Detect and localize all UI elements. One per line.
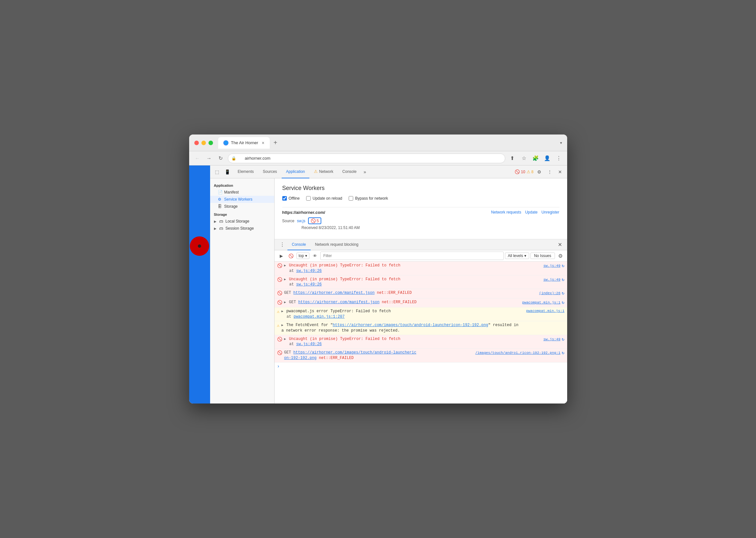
sw-source-file-link[interactable]: sw.js bbox=[297, 219, 306, 223]
maximize-traffic-light[interactable] bbox=[209, 140, 213, 145]
update-on-reload-checkbox[interactable] bbox=[306, 196, 311, 201]
console-messages: 🚫 ▶ Uncaught (in promise) TypeError: Fai… bbox=[274, 262, 567, 404]
new-tab-button[interactable]: + bbox=[271, 138, 280, 147]
tab-console[interactable]: Console bbox=[338, 165, 361, 178]
unregister-link[interactable]: Unregister bbox=[542, 210, 559, 214]
error-count-badge[interactable]: 🚫 10 bbox=[515, 169, 525, 174]
more-tabs-button[interactable]: » bbox=[361, 168, 369, 176]
console-tab[interactable]: Console bbox=[287, 239, 311, 250]
console-dots-menu[interactable]: ⋮ bbox=[277, 242, 287, 248]
refresh-icon[interactable]: ↻ bbox=[562, 336, 564, 343]
more-menu-icon[interactable]: ⋮ bbox=[554, 154, 563, 163]
tab-sources[interactable]: Sources bbox=[259, 165, 282, 178]
console-settings-icon[interactable]: ⚙ bbox=[556, 251, 565, 260]
expand-arrow[interactable]: ▶ bbox=[281, 324, 283, 327]
refresh-icon[interactable]: ↻ bbox=[562, 263, 564, 269]
devtools-close-icon[interactable]: ✕ bbox=[555, 167, 565, 177]
extension-icon[interactable]: 🧩 bbox=[531, 154, 540, 163]
sidebar-item-local-storage[interactable]: ▶ 🗃 Local Storage bbox=[210, 218, 274, 225]
fetch-event-link[interactable]: https://airhorner.com/images/touch/andro… bbox=[333, 323, 488, 327]
expand-arrow[interactable]: ▶ bbox=[284, 278, 286, 281]
offline-checkbox-label[interactable]: Offline bbox=[282, 196, 300, 201]
source-link[interactable]: sw.js:49:26 bbox=[296, 269, 322, 273]
console-tabs-bar: ⋮ Console Network request blocking ✕ bbox=[274, 239, 567, 250]
console-eye-button[interactable]: 👁 bbox=[311, 251, 319, 260]
bookmark-icon[interactable]: ☆ bbox=[519, 154, 529, 163]
level-selector[interactable]: All levels ▾ bbox=[505, 252, 529, 259]
devtools-more-icon[interactable]: ⋮ bbox=[545, 167, 554, 177]
sidebar-item-service-workers[interactable]: ⚙ Service Workers bbox=[210, 196, 274, 203]
minimize-traffic-light[interactable] bbox=[201, 140, 206, 145]
back-button[interactable]: ← bbox=[193, 154, 202, 163]
devtools-device-button[interactable]: 📱 bbox=[223, 167, 232, 177]
manifest-link[interactable]: https://airhorner.com/manifest.json bbox=[293, 291, 374, 295]
source-link[interactable]: pwacompat.min.js:1:207 bbox=[294, 314, 345, 319]
console-close-button[interactable]: ✕ bbox=[555, 240, 565, 249]
tab-close-button[interactable]: × bbox=[262, 140, 264, 145]
no-issues-button[interactable]: No Issues bbox=[530, 252, 555, 259]
network-requests-link[interactable]: Network requests bbox=[491, 210, 521, 214]
context-selector[interactable]: top ▾ bbox=[297, 252, 310, 259]
local-storage-icon: 🗃 bbox=[219, 219, 224, 224]
warning-count-badge[interactable]: ⚠ 8 bbox=[527, 169, 534, 174]
reload-button[interactable]: ↻ bbox=[216, 154, 225, 163]
network-blocking-tab[interactable]: Network request blocking bbox=[311, 239, 363, 250]
message-content: ▶ pwacompat.js error TypeError: Failed t… bbox=[281, 309, 524, 320]
source-file-link[interactable]: /images/touch/androi…ricon-192-192.png:1 bbox=[475, 350, 560, 355]
refresh-icon[interactable]: ↻ bbox=[562, 350, 564, 356]
expand-arrow[interactable]: ▶ bbox=[284, 300, 286, 304]
bypass-network-checkbox-label[interactable]: Bypass for network bbox=[349, 196, 388, 201]
refresh-icon[interactable]: ↻ bbox=[562, 299, 564, 306]
air-horn-button[interactable] bbox=[190, 237, 209, 256]
sw-entry-url: https://airhorner.com/ bbox=[282, 210, 492, 215]
update-link[interactable]: Update bbox=[525, 210, 538, 214]
source-file-link[interactable]: sw.js:49 bbox=[543, 337, 560, 342]
source-file-link[interactable]: pwacompat.min.js:1 bbox=[526, 309, 565, 313]
tab-application[interactable]: Application bbox=[282, 165, 310, 178]
profile-icon[interactable]: 👤 bbox=[543, 154, 552, 163]
sw-entry: https://airhorner.com/ Source sw.js 🚫 5 bbox=[282, 207, 559, 233]
console-play-button[interactable]: ▶ bbox=[277, 251, 286, 260]
sidebar-item-storage[interactable]: 🗄 Storage bbox=[210, 203, 274, 210]
level-value: All levels bbox=[508, 253, 523, 258]
sw-entry-actions: Network requests Update Unregister bbox=[491, 210, 559, 214]
message-source: pwacompat.min.js:1 bbox=[526, 309, 565, 313]
message-content: ▶ Uncaught (in promise) TypeError: Faile… bbox=[284, 263, 542, 274]
share-icon[interactable]: ⬆ bbox=[508, 154, 517, 163]
update-on-reload-checkbox-label[interactable]: Update on reload bbox=[306, 196, 342, 201]
offline-checkbox[interactable] bbox=[282, 196, 287, 201]
source-link[interactable]: sw.js:49:26 bbox=[296, 342, 322, 347]
refresh-icon[interactable]: ↻ bbox=[562, 290, 564, 297]
source-file-link[interactable]: (index):26 bbox=[539, 291, 560, 296]
close-traffic-light[interactable] bbox=[194, 140, 199, 145]
tab-network[interactable]: ⚠ Network bbox=[309, 165, 338, 178]
expand-arrow[interactable]: ▶ bbox=[284, 264, 286, 267]
message-source: sw.js:49 ↻ bbox=[543, 277, 564, 283]
tab-menu-button[interactable]: ▾ bbox=[560, 140, 562, 145]
message-content: ▶ The FetchEvent for "https://airhorner.… bbox=[281, 323, 562, 334]
console-filter-input[interactable] bbox=[320, 251, 504, 260]
message-source: sw.js:49 ↻ bbox=[543, 263, 564, 269]
source-file-link[interactable]: pwacompat.min.js:1 bbox=[522, 300, 560, 305]
source-file-link[interactable]: sw.js:49 bbox=[543, 277, 560, 282]
tab-elements[interactable]: Elements bbox=[233, 165, 259, 178]
expand-arrow[interactable]: ▶ bbox=[284, 337, 286, 341]
source-link[interactable]: sw.js:49:26 bbox=[296, 282, 322, 287]
level-dropdown-arrow: ▾ bbox=[524, 253, 526, 258]
expand-arrow[interactable]: ▶ bbox=[281, 310, 283, 313]
console-block-button[interactable]: 🚫 bbox=[287, 251, 295, 260]
devtools-inspect-button[interactable]: ⬚ bbox=[213, 167, 222, 177]
forward-button[interactable]: → bbox=[205, 154, 213, 163]
refresh-icon[interactable]: ↻ bbox=[562, 277, 564, 283]
settings-icon[interactable]: ⚙ bbox=[535, 167, 544, 177]
source-file-link[interactable]: sw.js:49 bbox=[543, 263, 560, 268]
sw-error-count: 5 bbox=[317, 219, 319, 223]
bypass-network-checkbox[interactable] bbox=[349, 196, 353, 201]
sidebar-item-session-storage[interactable]: ▶ 🗃 Session Storage bbox=[210, 225, 274, 232]
sidebar-local-storage-label: Local Storage bbox=[226, 219, 250, 224]
browser-tab[interactable]: 🌐 The Air Horner × bbox=[218, 137, 270, 149]
manifest-link2[interactable]: https://airhorner.com/manifest.json bbox=[299, 300, 380, 304]
error-count: 10 bbox=[521, 170, 525, 174]
sidebar-item-manifest[interactable]: 📄 Manifest bbox=[210, 189, 274, 196]
sw-error-badge[interactable]: 🚫 5 bbox=[308, 217, 322, 224]
